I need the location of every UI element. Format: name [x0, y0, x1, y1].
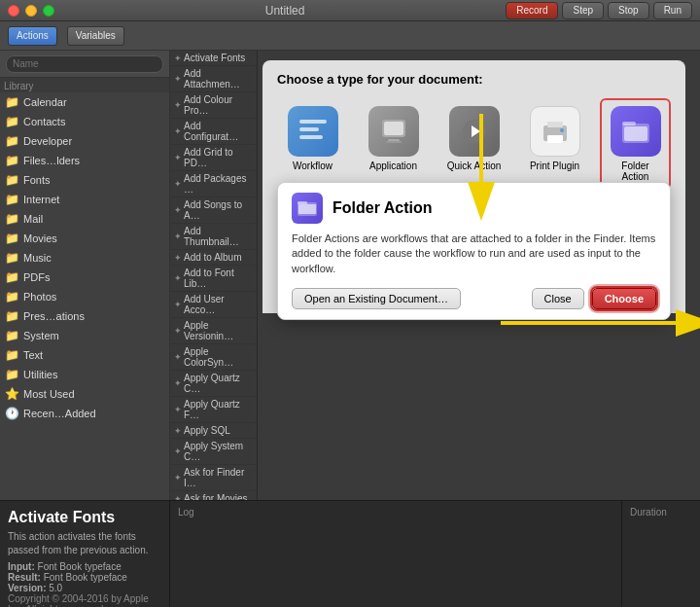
action-item-applecolorsync[interactable]: ✦Apple ColorSyn…: [170, 344, 257, 371]
sidebar-item-fonts[interactable]: 📁 Fonts: [0, 170, 169, 190]
svg-rect-5: [388, 139, 400, 141]
sidebar-item-label: Text: [23, 349, 43, 361]
action-item-appleversionin[interactable]: ✦Apple Versionin…: [170, 318, 257, 344]
info-buttons: Open an Existing Document… Close Choose: [292, 288, 656, 309]
sidebar-item-mail[interactable]: 📁 Mail: [0, 209, 169, 229]
action-icon: ✦: [174, 446, 182, 456]
svg-rect-14: [622, 122, 636, 125]
folder-icon: 📁: [4, 328, 19, 343]
action-icon: ✦: [174, 179, 182, 189]
action-item-addconfig[interactable]: ✦Add Configurat…: [170, 119, 257, 145]
sidebar-item-label: Fonts: [23, 174, 51, 186]
action-icon: ✦: [174, 126, 182, 136]
sidebar-item-files[interactable]: 📁 Files…lders: [0, 151, 169, 170]
workflow-item[interactable]: Workflow: [277, 98, 348, 190]
folder-icon: 📁: [4, 192, 19, 207]
sidebar-item-label: Music: [23, 252, 52, 264]
sidebar-item-mostused[interactable]: ⭐ Most Used: [0, 384, 169, 404]
open-existing-button[interactable]: Open an Existing Document…: [292, 288, 461, 309]
action-item-addthumbnail[interactable]: ✦Add Thumbnail…: [170, 224, 257, 250]
sidebar-item-calendar[interactable]: 📁 Calendar: [0, 92, 169, 112]
action-item-addtofontlib[interactable]: ✦Add to Font Lib…: [170, 266, 257, 292]
content-area: Choose a type for your document: Workflo…: [258, 51, 700, 500]
action-item-addgrid[interactable]: ✦Add Grid to PD…: [170, 145, 257, 171]
workflow-icon: [288, 106, 338, 157]
action-icon: ✦: [174, 232, 182, 241]
application-item[interactable]: Application: [358, 98, 429, 190]
info-popup-icon: [292, 193, 323, 224]
step-button[interactable]: Step: [562, 2, 604, 19]
action-item-askforfinder[interactable]: ✦Ask for Finder I…: [170, 465, 257, 491]
actions-tab[interactable]: Actions: [8, 26, 57, 46]
info-header: Folder Action: [292, 193, 656, 224]
action-icon: ✦: [174, 326, 182, 336]
record-button[interactable]: Record: [506, 2, 558, 19]
close-button[interactable]: [8, 5, 19, 17]
variables-tab[interactable]: Variables: [67, 26, 124, 46]
printplugin-item[interactable]: Print Plugin: [519, 98, 590, 190]
folderaction-label: Folder Action: [608, 161, 663, 182]
run-button[interactable]: Run: [653, 2, 692, 19]
action-item-askformovies[interactable]: ✦Ask for Movies: [170, 491, 257, 500]
stop-button[interactable]: Stop: [608, 2, 649, 19]
svg-rect-10: [547, 122, 563, 127]
action-icon: ✦: [174, 100, 182, 110]
sidebar-item-system[interactable]: 📁 System: [0, 326, 169, 345]
sidebar-item-label: Pres…ations: [23, 310, 85, 322]
sidebar-item-label: Photos: [23, 291, 56, 303]
action-icon: ✦: [174, 74, 182, 84]
action-item-addattachment[interactable]: ✦Add Attachmen…: [170, 66, 257, 92]
sidebar-item-movies[interactable]: 📁 Movies: [0, 229, 169, 248]
button-group: Close Choose: [532, 288, 656, 309]
action-item-applyquartzf[interactable]: ✦Apply Quartz F…: [170, 397, 257, 423]
sidebar-item-recentlyadded[interactable]: 🕐 Recen…Added: [0, 404, 169, 423]
sidebar-item-internet[interactable]: 📁 Internet: [0, 190, 169, 209]
sidebar-item-photos[interactable]: 📁 Photos: [0, 287, 169, 306]
maximize-button[interactable]: [43, 5, 54, 17]
result-value: Font Book typeface: [44, 572, 127, 583]
sidebar-item-pdfs[interactable]: 📁 PDFs: [0, 268, 169, 287]
sidebar-item-text[interactable]: 📁 Text: [0, 345, 169, 365]
bottom-right: Log Duration: [170, 501, 700, 607]
info-popup: Folder Action Folder Actions are workflo…: [277, 182, 671, 320]
result-label: Result:: [8, 572, 41, 583]
action-icon: ✦: [174, 352, 182, 362]
folder-icon: 📁: [4, 367, 19, 382]
traffic-lights: [8, 5, 54, 17]
sidebar-item-label: Movies: [23, 232, 57, 244]
svg-rect-34: [298, 201, 307, 204]
sidebar-item-presentations[interactable]: 📁 Pres…ations: [0, 306, 169, 326]
action-item-addtoalbum[interactable]: ✦Add to Album: [170, 250, 257, 266]
svg-rect-2: [299, 135, 323, 139]
action-item-addcolour[interactable]: ✦Add Colour Pro…: [170, 92, 257, 119]
choose-button[interactable]: Choose: [592, 288, 656, 309]
quickaction-item[interactable]: Quick Action: [438, 98, 509, 190]
svg-point-12: [560, 128, 564, 132]
sidebar-item-label: Internet: [23, 194, 59, 205]
action-item-adduseraccount[interactable]: ✦Add User Acco…: [170, 292, 257, 318]
folderaction-item[interactable]: Folder Action: [600, 98, 671, 190]
action-icon: ✦: [174, 300, 182, 309]
action-icon: ✦: [174, 205, 182, 215]
sidebar-item-contacts[interactable]: 📁 Contacts: [0, 112, 169, 131]
sidebar-item-music[interactable]: 📁 Music: [0, 248, 169, 268]
action-item-applysystem[interactable]: ✦Apply System C…: [170, 439, 257, 465]
sidebar-item-utilities[interactable]: 📁 Utilities: [0, 365, 169, 384]
action-item-addpackages[interactable]: ✦Add Packages …: [170, 171, 257, 197]
printplugin-label: Print Plugin: [530, 161, 579, 171]
action-item-addsongs[interactable]: ✦Add Songs to A…: [170, 197, 257, 224]
folder-icon: 📁: [4, 114, 19, 129]
action-item-applyquartzc[interactable]: ✦Apply Quartz C…: [170, 371, 257, 397]
left-top-bar: [0, 51, 169, 78]
sidebar-item-label: Mail: [23, 213, 43, 225]
search-input[interactable]: [6, 55, 163, 73]
minimize-button[interactable]: [25, 5, 37, 17]
sidebar-item-developer[interactable]: 📁 Developer: [0, 131, 169, 151]
quickaction-icon: [449, 106, 500, 157]
folder-icon: 📁: [4, 308, 19, 324]
action-item-applysql[interactable]: ✦Apply SQL: [170, 423, 257, 439]
folder-icon: 📁: [4, 94, 19, 110]
action-item-activatefonts[interactable]: ✦Activate Fonts: [170, 51, 257, 66]
window-title: Untitled: [64, 4, 506, 18]
close-button[interactable]: Close: [532, 288, 584, 309]
